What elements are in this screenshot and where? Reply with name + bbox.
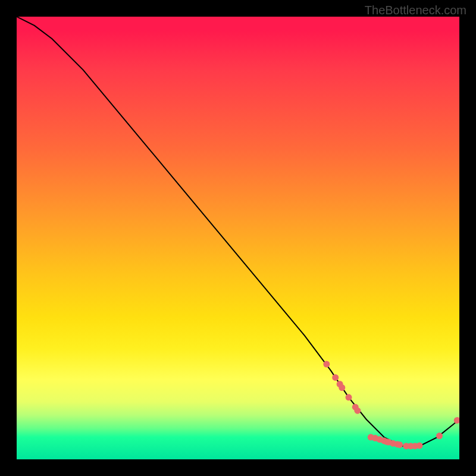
watermark-label: TheBottleneck.com	[365, 4, 466, 17]
data-point	[332, 374, 339, 381]
curve-layer	[17, 17, 459, 459]
plot-area	[17, 17, 459, 459]
chart-frame: TheBottleneck.com	[0, 0, 476, 476]
data-point	[396, 441, 403, 448]
data-point	[339, 384, 345, 391]
data-point	[436, 433, 443, 439]
bottleneck-curve	[17, 17, 459, 446]
data-markers	[323, 361, 459, 450]
data-point	[416, 442, 423, 449]
data-point	[354, 408, 361, 414]
data-point	[323, 361, 330, 368]
data-point	[346, 394, 352, 400]
